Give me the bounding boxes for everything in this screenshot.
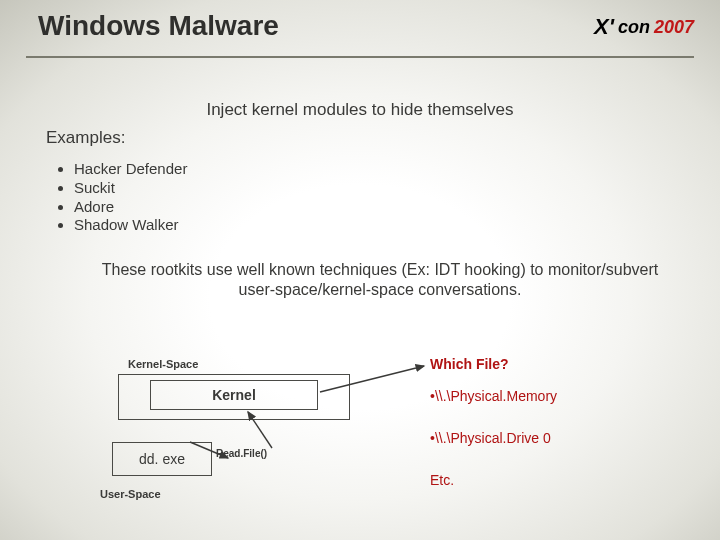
logo-year: 2007 [654, 17, 694, 38]
examples-heading: Examples: [46, 128, 125, 148]
slide-title: Windows Malware [38, 10, 279, 42]
header-divider [26, 56, 694, 58]
kernel-box: Kernel [150, 380, 318, 410]
user-space-label: User-Space [100, 488, 161, 500]
logo-x-glyph: X' [594, 14, 614, 40]
explanation-text: These rootkits use well known techniques… [100, 260, 660, 300]
kernel-space-label: Kernel-Space [128, 358, 198, 370]
which-file-heading: Which File? [430, 356, 509, 372]
diagram-arrows [0, 330, 720, 530]
list-item: Shadow Walker [74, 216, 187, 235]
readfile-label: Read.File() [216, 448, 267, 459]
slide-subtitle: Inject kernel modules to hide themselves [0, 100, 720, 120]
conference-logo: X'con2007 [594, 14, 694, 40]
list-item: Adore [74, 198, 187, 217]
file-option-etc: Etc. [430, 472, 454, 488]
file-option: •\\.\Physical.Memory [430, 388, 557, 404]
diagram: Kernel-Space Kernel dd. exe Read.File() … [0, 330, 720, 530]
logo-text: con [618, 17, 650, 38]
list-item: Suckit [74, 179, 187, 198]
file-option: •\\.\Physical.Drive 0 [430, 430, 551, 446]
list-item: Hacker Defender [74, 160, 187, 179]
dd-exe-box: dd. exe [112, 442, 212, 476]
slide: Windows Malware X'con2007 Inject kernel … [0, 0, 720, 540]
examples-list: Hacker Defender Suckit Adore Shadow Walk… [52, 160, 187, 235]
slide-header: Windows Malware X'con2007 [0, 0, 720, 62]
